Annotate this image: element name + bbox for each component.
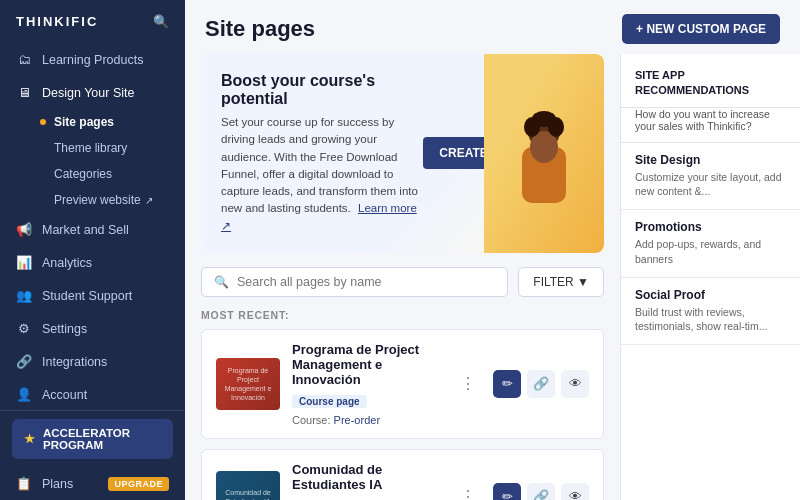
active-dot bbox=[40, 119, 46, 125]
main-content: Boost your course's potential Set your c… bbox=[185, 54, 800, 500]
reco-title: Social Proof bbox=[635, 288, 786, 302]
sidebar-bottom: ★ ACCELERATOR PROGRAM 📋 Plans UPGRADE bbox=[0, 410, 185, 500]
banner-title: Boost your course's potential bbox=[221, 72, 423, 108]
plans-label: Plans bbox=[42, 477, 73, 491]
reco-description: Customize your site layout, add new cont… bbox=[635, 170, 786, 199]
search-icon: 🔍 bbox=[214, 275, 229, 289]
recommendation-item-promotions[interactable]: Promotions Add pop-ups, rewards, and ban… bbox=[621, 210, 800, 277]
sub-item-label: Theme library bbox=[54, 141, 127, 155]
sidebar-item-account[interactable]: 👤 Account bbox=[0, 378, 185, 410]
page-title-text: Comunidad de Estudiantes IA bbox=[292, 462, 448, 492]
copy-link-button[interactable]: 🔗 bbox=[527, 370, 555, 398]
logo-text: THINKIFIC bbox=[16, 14, 98, 29]
page-title: Site pages bbox=[205, 16, 315, 42]
star-icon: ★ bbox=[24, 432, 35, 446]
sidebar: THINKIFIC 🔍 🗂 Learning Products 🖥 Design… bbox=[0, 0, 185, 500]
analytics-icon: 📊 bbox=[16, 255, 32, 270]
settings-icon: ⚙ bbox=[16, 321, 32, 336]
sidebar-item-settings[interactable]: ⚙ Settings bbox=[0, 312, 185, 345]
no-dot bbox=[40, 145, 46, 151]
sidebar-sub-menu: Site pages Theme library Categories Prev… bbox=[0, 109, 185, 213]
content-area: Boost your course's potential Set your c… bbox=[185, 54, 620, 500]
right-sidebar: SITE APP RECOMMENDATIONS How do you want… bbox=[620, 54, 800, 500]
market-sell-icon: 📢 bbox=[16, 222, 32, 237]
page-thumbnail: Programa de ProjectManagement eInnovació… bbox=[216, 358, 280, 410]
sidebar-nav: 🗂 Learning Products 🖥 Design Your Site S… bbox=[0, 43, 185, 410]
recommendation-item-social-proof[interactable]: Social Proof Build trust with reviews, t… bbox=[621, 278, 800, 345]
reco-description: Build trust with reviews, testimonials, … bbox=[635, 305, 786, 334]
recommendation-item-site-design[interactable]: Site Design Customize your site layout, … bbox=[621, 143, 800, 210]
sidebar-item-label: Design Your Site bbox=[42, 86, 134, 100]
student-support-icon: 👥 bbox=[16, 288, 32, 303]
copy-link-button[interactable]: 🔗 bbox=[527, 483, 555, 500]
banner-description: Set your course up for success by drivin… bbox=[221, 114, 423, 235]
search-row: 🔍 FILTER ▼ bbox=[201, 267, 604, 297]
sidebar-item-analytics[interactable]: 📊 Analytics bbox=[0, 246, 185, 279]
banner-person-image bbox=[484, 54, 604, 253]
sidebar-item-label: Student Support bbox=[42, 289, 132, 303]
right-sidebar-description: How do you want to increase your sales w… bbox=[621, 108, 800, 143]
banner-text-area: Boost your course's potential Set your c… bbox=[221, 72, 423, 235]
design-site-icon: 🖥 bbox=[16, 85, 32, 100]
upgrade-badge: UPGRADE bbox=[108, 477, 169, 491]
page-info: Programa de Project Management e Innovac… bbox=[292, 342, 448, 426]
main-header: Site pages + NEW CUSTOM PAGE bbox=[185, 0, 800, 54]
sub-item-label: Categories bbox=[54, 167, 112, 181]
external-link-icon: ↗ bbox=[145, 195, 153, 206]
integrations-icon: 🔗 bbox=[16, 354, 32, 369]
view-page-button[interactable]: 👁 bbox=[561, 483, 589, 500]
sidebar-sub-item-theme-library[interactable]: Theme library bbox=[40, 135, 185, 161]
sidebar-sub-item-site-pages[interactable]: Site pages bbox=[40, 109, 185, 135]
filter-button[interactable]: FILTER ▼ bbox=[518, 267, 604, 297]
sidebar-item-plans[interactable]: 📋 Plans UPGRADE bbox=[0, 467, 185, 500]
right-sidebar-title: SITE APP RECOMMENDATIONS bbox=[621, 54, 800, 108]
page-card: Programa de ProjectManagement eInnovació… bbox=[201, 329, 604, 439]
no-dot bbox=[40, 171, 46, 177]
page-info: Comunidad de Estudiantes IA Community pa… bbox=[292, 462, 448, 500]
more-options-icon[interactable]: ⋮ bbox=[460, 376, 477, 392]
sidebar-item-student-support[interactable]: 👥 Student Support bbox=[0, 279, 185, 312]
no-dot bbox=[40, 197, 46, 203]
view-page-button[interactable]: 👁 bbox=[561, 370, 589, 398]
reco-title: Site Design bbox=[635, 153, 786, 167]
sidebar-item-integrations[interactable]: 🔗 Integrations bbox=[0, 345, 185, 378]
sidebar-item-label: Analytics bbox=[42, 256, 92, 270]
page-action-buttons: ✏ 🔗 👁 bbox=[493, 370, 589, 398]
sidebar-logo-area: THINKIFIC 🔍 bbox=[0, 0, 185, 43]
reco-description: Add pop-ups, rewards, and banners bbox=[635, 237, 786, 266]
svg-point-5 bbox=[532, 111, 556, 127]
thumb-text: Comunidad deEstudiantes IA bbox=[221, 484, 275, 500]
page-meta-link[interactable]: Pre-order bbox=[334, 414, 380, 426]
account-icon: 👤 bbox=[16, 387, 32, 402]
sub-item-label: Site pages bbox=[54, 115, 114, 129]
main-area: Site pages + NEW CUSTOM PAGE Boost your … bbox=[185, 0, 800, 500]
global-search-icon[interactable]: 🔍 bbox=[153, 14, 169, 29]
plans-label-group: 📋 Plans bbox=[16, 476, 73, 491]
search-box[interactable]: 🔍 bbox=[201, 267, 508, 297]
page-thumbnail: Comunidad deEstudiantes IA bbox=[216, 471, 280, 500]
sidebar-item-label: Account bbox=[42, 388, 87, 402]
sidebar-item-label: Market and Sell bbox=[42, 223, 129, 237]
new-custom-page-button[interactable]: + NEW CUSTOM PAGE bbox=[622, 14, 780, 44]
banner-image bbox=[444, 54, 604, 253]
page-action-buttons: ✏ 🔗 👁 bbox=[493, 483, 589, 500]
promo-banner: Boost your course's potential Set your c… bbox=[201, 54, 604, 253]
sidebar-item-label: Settings bbox=[42, 322, 87, 336]
search-input[interactable] bbox=[237, 275, 495, 289]
plans-icon: 📋 bbox=[16, 476, 32, 491]
sidebar-item-learning-products[interactable]: 🗂 Learning Products bbox=[0, 43, 185, 76]
page-card: Comunidad deEstudiantes IA Comunidad de … bbox=[201, 449, 604, 500]
more-options-icon[interactable]: ⋮ bbox=[460, 489, 477, 500]
edit-page-button[interactable]: ✏ bbox=[493, 370, 521, 398]
page-type-badge: Course page bbox=[292, 395, 367, 408]
sidebar-sub-item-categories[interactable]: Categories bbox=[40, 161, 185, 187]
accelerator-program-button[interactable]: ★ ACCELERATOR PROGRAM bbox=[12, 419, 173, 459]
thumb-text: Programa de ProjectManagement eInnovació… bbox=[216, 362, 280, 406]
sidebar-item-market-and-sell[interactable]: 📢 Market and Sell bbox=[0, 213, 185, 246]
edit-page-button[interactable]: ✏ bbox=[493, 483, 521, 500]
accelerator-label: ACCELERATOR PROGRAM bbox=[43, 427, 161, 451]
sidebar-item-design-your-site[interactable]: 🖥 Design Your Site bbox=[0, 76, 185, 109]
learning-products-icon: 🗂 bbox=[16, 52, 32, 67]
sidebar-sub-item-preview-website[interactable]: Preview website ↗ bbox=[40, 187, 185, 213]
reco-title: Promotions bbox=[635, 220, 786, 234]
